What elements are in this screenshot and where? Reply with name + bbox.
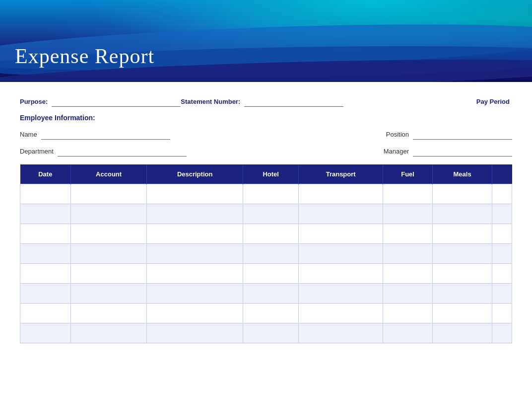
header-banner: Expense Report [0,0,532,82]
table-cell[interactable] [383,224,433,244]
table-cell[interactable] [299,284,383,304]
table-cell[interactable] [243,304,299,323]
table-cell[interactable] [492,264,512,284]
table-cell[interactable] [147,304,243,323]
table-cell[interactable] [147,224,243,244]
table-cell[interactable] [492,204,512,224]
table-cell[interactable] [147,323,243,343]
table-cell[interactable] [433,224,492,244]
table-cell[interactable] [383,284,433,304]
table-row[interactable] [20,264,512,284]
table-cell[interactable] [433,244,492,264]
expense-report-page: Expense Report Purpose: Statement Number… [0,0,532,393]
table-cell[interactable] [299,244,383,264]
table-cell[interactable] [20,264,71,284]
manager-group: Manager [384,147,512,157]
col-header-meals: Meals [433,164,492,184]
table-row[interactable] [20,323,512,343]
purpose-input[interactable] [52,97,181,107]
report-title: Expense Report [15,44,154,68]
table-cell[interactable] [71,304,147,323]
table-cell[interactable] [71,244,147,264]
table-row[interactable] [20,284,512,304]
table-cell[interactable] [71,204,147,224]
table-cell[interactable] [243,224,299,244]
table-cell[interactable] [71,323,147,343]
table-cell[interactable] [383,304,433,323]
manager-label: Manager [384,148,409,155]
col-header-fuel: Fuel [383,164,433,184]
table-cell[interactable] [20,244,71,264]
table-cell[interactable] [147,264,243,284]
statement-number-label: Statement Number: [181,98,240,105]
table-cell[interactable] [243,204,299,224]
table-cell[interactable] [383,323,433,343]
table-cell[interactable] [299,264,383,284]
table-row[interactable] [20,184,512,204]
table-cell[interactable] [492,184,512,204]
table-cell[interactable] [243,184,299,204]
table-row[interactable] [20,304,512,323]
table-cell[interactable] [243,264,299,284]
table-cell[interactable] [71,264,147,284]
table-cell[interactable] [433,204,492,224]
table-row[interactable] [20,204,512,224]
table-cell[interactable] [433,264,492,284]
col-header-date: Date [20,164,71,184]
table-cell[interactable] [20,304,71,323]
table-row[interactable] [20,244,512,264]
table-cell[interactable] [433,184,492,204]
table-cell[interactable] [147,204,243,224]
table-cell[interactable] [383,244,433,264]
table-cell[interactable] [383,184,433,204]
table-cell[interactable] [20,224,71,244]
table-cell[interactable] [383,204,433,224]
pay-period-group: Pay Period [343,97,512,106]
table-cell[interactable] [71,284,147,304]
table-cell[interactable] [433,304,492,323]
table-cell[interactable] [299,304,383,323]
table-cell[interactable] [243,323,299,343]
employee-section-label: Employee Information: [20,114,512,122]
col-header-account: Account [71,164,147,184]
table-cell[interactable] [299,323,383,343]
table-cell[interactable] [433,323,492,343]
col-header-extra [492,164,512,184]
position-input[interactable] [413,130,512,140]
table-cell[interactable] [492,284,512,304]
table-cell[interactable] [492,304,512,323]
department-input[interactable] [58,147,187,157]
table-cell[interactable] [383,264,433,284]
name-input[interactable] [41,130,170,140]
table-cell[interactable] [71,184,147,204]
employee-fields: Name Position Department Manage [20,130,512,157]
table-cell[interactable] [147,244,243,264]
table-cell[interactable] [20,323,71,343]
purpose-group: Purpose: [20,97,181,107]
form-area: Purpose: Statement Number: Pay Period Em… [0,82,532,353]
table-cell[interactable] [71,224,147,244]
table-cell[interactable] [243,244,299,264]
name-label: Name [20,131,37,138]
table-cell[interactable] [20,184,71,204]
table-cell[interactable] [299,184,383,204]
table-cell[interactable] [147,284,243,304]
table-row[interactable] [20,224,512,244]
employee-section: Employee Information: Name Position [20,114,512,157]
table-cell[interactable] [20,284,71,304]
table-cell[interactable] [147,184,243,204]
table-cell[interactable] [20,204,71,224]
table-cell[interactable] [492,224,512,244]
table-header-row: Date Account Description Hotel Transport… [20,164,512,184]
table-cell[interactable] [243,284,299,304]
table-cell[interactable] [433,284,492,304]
manager-input[interactable] [413,147,512,157]
department-manager-row: Department Manager [20,147,512,157]
table-cell[interactable] [492,244,512,264]
table-cell[interactable] [299,204,383,224]
pay-period-label: Pay Period [476,98,510,105]
table-cell[interactable] [299,224,383,244]
department-group: Department [20,147,187,157]
table-cell[interactable] [492,323,512,343]
statement-number-input[interactable] [244,97,343,107]
